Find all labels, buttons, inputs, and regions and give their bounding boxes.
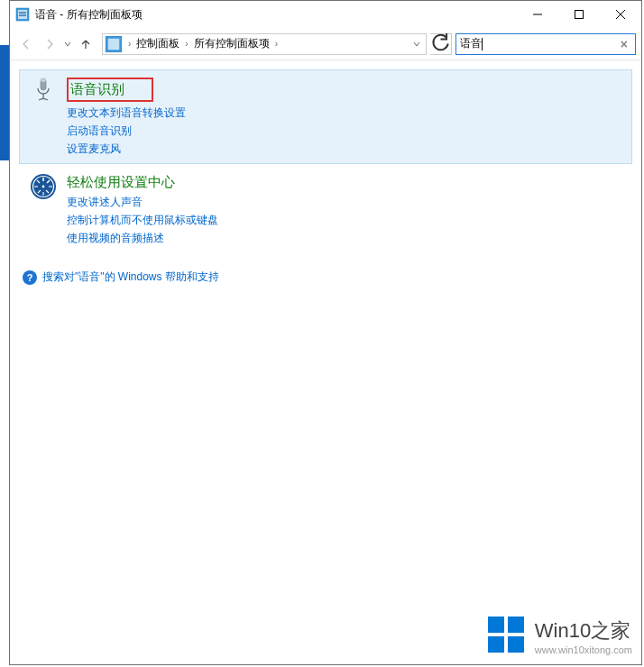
watermark: Win10之家 www.win10xitong.com: [486, 615, 632, 657]
chevron-right-icon[interactable]: ›: [124, 39, 134, 49]
ease-of-access-icon: [27, 172, 60, 205]
svg-rect-24: [508, 636, 524, 653]
windows-logo-icon: [486, 615, 526, 657]
control-panel-window: 语音 - 所有控制面板项 › 控制面板 › 所有控制面板项 ›: [9, 0, 642, 665]
address-dropdown-button[interactable]: [408, 41, 426, 48]
help-link-text[interactable]: 搜索对"语音"的 Windows 帮助和支持: [42, 270, 219, 285]
result-title[interactable]: 轻松使用设置中心: [67, 174, 624, 191]
up-button[interactable]: [75, 33, 97, 55]
control-panel-icon: [15, 7, 30, 22]
maximize-button[interactable]: [558, 1, 600, 28]
minimize-button[interactable]: [517, 1, 558, 28]
svg-rect-22: [508, 617, 524, 633]
svg-rect-4: [19, 15, 26, 16]
svg-rect-6: [575, 11, 584, 19]
result-link[interactable]: 使用视频的音频描述: [67, 229, 624, 247]
chevron-right-icon[interactable]: ›: [271, 39, 281, 49]
window-title: 语音 - 所有控制面板项: [35, 7, 517, 23]
result-link[interactable]: 启动语音识别: [67, 122, 624, 140]
content-area: 语音识别 更改文本到语音转换设置 启动语音识别 设置麦克风: [10, 60, 641, 294]
titlebar: 语音 - 所有控制面板项: [10, 1, 641, 28]
svg-rect-3: [19, 14, 26, 14]
help-link-row[interactable]: ? 搜索对"语音"的 Windows 帮助和支持: [19, 270, 632, 285]
microphone-icon: [27, 76, 60, 108]
help-icon: ?: [23, 270, 37, 285]
result-title[interactable]: 语音识别: [67, 78, 153, 102]
search-text: 语音: [460, 36, 482, 51]
address-bar[interactable]: › 控制面板 › 所有控制面板项 ›: [102, 33, 427, 55]
result-ease-of-access[interactable]: 轻松使用设置中心 更改讲述人声音 控制计算机而不使用鼠标或键盘 使用视频的音频描…: [19, 166, 632, 253]
close-button[interactable]: [600, 1, 641, 28]
watermark-title: Win10之家: [535, 617, 632, 644]
svg-rect-12: [41, 78, 46, 82]
watermark-url: www.win10xitong.com: [535, 644, 632, 655]
breadcrumb-item-1[interactable]: 所有控制面板项: [192, 36, 271, 51]
refresh-button[interactable]: [430, 33, 452, 55]
svg-rect-21: [488, 617, 504, 633]
svg-rect-10: [108, 38, 120, 50]
navigation-bar: › 控制面板 › 所有控制面板项 › 语音 ×: [10, 28, 641, 60]
result-link[interactable]: 更改文本到语音转换设置: [67, 104, 624, 122]
location-icon: [105, 35, 123, 53]
breadcrumb: › 控制面板 › 所有控制面板项 ›: [124, 34, 408, 54]
result-link[interactable]: 设置麦克风: [67, 140, 624, 158]
result-link[interactable]: 控制计算机而不使用鼠标或键盘: [67, 211, 624, 229]
result-speech-recognition[interactable]: 语音识别 更改文本到语音转换设置 启动语音识别 设置麦克风: [19, 69, 632, 164]
recent-locations-button[interactable]: [62, 33, 73, 55]
svg-rect-23: [488, 636, 504, 653]
svg-rect-2: [19, 12, 26, 13]
chevron-right-icon[interactable]: ›: [181, 39, 191, 49]
search-box[interactable]: 语音 ×: [455, 33, 636, 55]
svg-point-16: [42, 186, 45, 188]
clear-search-button[interactable]: ×: [617, 37, 631, 51]
result-link[interactable]: 更改讲述人声音: [67, 193, 624, 211]
breadcrumb-item-0[interactable]: 控制面板: [134, 36, 181, 51]
back-button[interactable]: [15, 33, 37, 55]
forward-button[interactable]: [39, 33, 60, 55]
